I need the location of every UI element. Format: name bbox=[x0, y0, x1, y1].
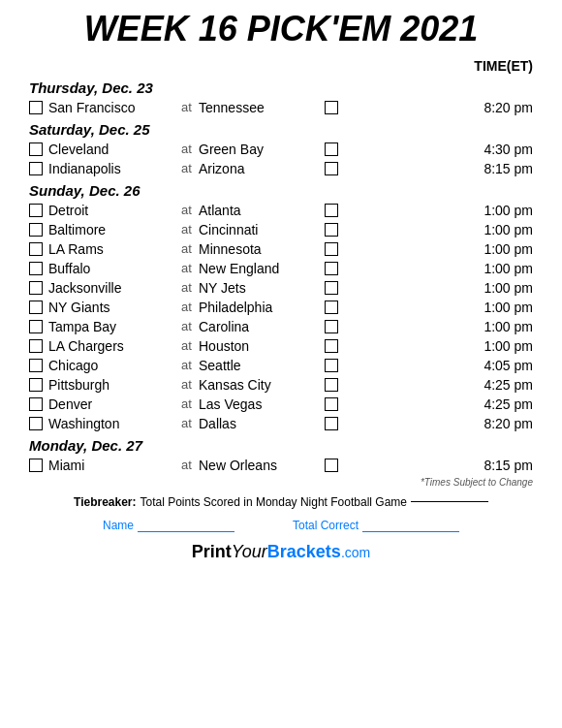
home-team: Tampa Bay bbox=[48, 319, 174, 334]
away-team: Kansas City bbox=[199, 377, 325, 393]
home-checkbox[interactable] bbox=[29, 378, 43, 392]
away-checkbox[interactable] bbox=[325, 262, 338, 275]
name-line bbox=[138, 531, 234, 532]
name-field: Name bbox=[103, 519, 234, 532]
away-team: New England bbox=[199, 261, 325, 276]
game-row: BuffaloatNew England1:00 pm bbox=[19, 259, 543, 278]
game-row: PittsburghatKansas City4:25 pm bbox=[19, 375, 543, 395]
away-checkbox[interactable] bbox=[325, 204, 338, 217]
home-checkbox[interactable] bbox=[29, 262, 43, 275]
at-text: at bbox=[174, 142, 199, 156]
home-team: Denver bbox=[48, 396, 174, 412]
home-team: San Francisco bbox=[48, 100, 174, 115]
correct-line bbox=[362, 531, 459, 532]
brand-row: PrintYourBrackets.com bbox=[19, 542, 543, 562]
away-team: New Orleans bbox=[199, 458, 325, 473]
away-team: Houston bbox=[199, 338, 325, 354]
away-checkbox[interactable] bbox=[325, 417, 338, 430]
home-checkbox[interactable] bbox=[29, 223, 43, 237]
away-team: Seattle bbox=[199, 358, 325, 373]
away-team: NY Jets bbox=[199, 280, 325, 296]
home-checkbox[interactable] bbox=[29, 281, 43, 295]
away-checkbox[interactable] bbox=[325, 162, 338, 175]
game-time: 1:00 pm bbox=[470, 241, 533, 257]
at-text: at bbox=[174, 358, 199, 372]
away-checkbox[interactable] bbox=[325, 459, 338, 472]
home-team: Baltimore bbox=[48, 222, 174, 237]
game-time: 1:00 pm bbox=[470, 261, 533, 276]
away-checkbox[interactable] bbox=[325, 281, 338, 295]
correct-label: Total Correct bbox=[293, 519, 359, 532]
tiebreaker-text: Total Points Scored in Monday Night Foot… bbox=[140, 495, 407, 509]
game-time: 8:20 pm bbox=[470, 416, 533, 431]
home-checkbox[interactable] bbox=[29, 397, 43, 411]
game-row: DetroitatAtlanta1:00 pm bbox=[19, 201, 543, 220]
away-checkbox[interactable] bbox=[325, 242, 338, 256]
game-row: JacksonvilleatNY Jets1:00 pm bbox=[19, 278, 543, 298]
home-checkbox[interactable] bbox=[29, 142, 43, 156]
game-row: BaltimoreatCincinnati1:00 pm bbox=[19, 220, 543, 239]
at-text: at bbox=[174, 396, 199, 411]
at-text: at bbox=[174, 338, 199, 353]
away-checkbox[interactable] bbox=[325, 223, 338, 237]
column-headers: TIME(ET) bbox=[19, 58, 543, 74]
home-checkbox[interactable] bbox=[29, 459, 43, 472]
away-team: Cincinnati bbox=[199, 222, 325, 237]
game-row: DenveratLas Vegas4:25 pm bbox=[19, 395, 543, 414]
brand-brackets: Brackets bbox=[267, 542, 341, 561]
home-checkbox[interactable] bbox=[29, 339, 43, 353]
game-time: 4:30 pm bbox=[470, 142, 533, 157]
home-checkbox[interactable] bbox=[29, 242, 43, 256]
away-checkbox[interactable] bbox=[325, 397, 338, 411]
away-team: Dallas bbox=[199, 416, 325, 431]
away-checkbox[interactable] bbox=[325, 142, 338, 156]
away-checkbox[interactable] bbox=[325, 320, 338, 333]
game-row: MiamiatNew Orleans8:15 pm bbox=[19, 456, 543, 475]
tiebreaker-line bbox=[411, 501, 488, 502]
away-team: Carolina bbox=[199, 319, 325, 334]
home-team: Chicago bbox=[48, 358, 174, 373]
home-checkbox[interactable] bbox=[29, 204, 43, 217]
page: WEEK 16 PICK'EM 2021 TIME(ET) Thursday, … bbox=[0, 0, 562, 572]
footer-note: *Times Subject to Change bbox=[19, 477, 543, 488]
home-checkbox[interactable] bbox=[29, 320, 43, 333]
at-text: at bbox=[174, 377, 199, 392]
day-header: Saturday, Dec. 25 bbox=[19, 117, 543, 140]
away-checkbox[interactable] bbox=[325, 378, 338, 392]
at-text: at bbox=[174, 319, 199, 333]
page-title: WEEK 16 PICK'EM 2021 bbox=[19, 10, 543, 48]
game-time: 1:00 pm bbox=[470, 300, 533, 315]
away-checkbox[interactable] bbox=[325, 101, 338, 114]
game-time: 8:15 pm bbox=[470, 458, 533, 473]
home-team: Indianapolis bbox=[48, 161, 174, 176]
game-time: 1:00 pm bbox=[470, 319, 533, 334]
brand-your: Your bbox=[232, 542, 267, 561]
away-checkbox[interactable] bbox=[325, 359, 338, 372]
home-team: NY Giants bbox=[48, 300, 174, 315]
game-row: LA RamsatMinnesota1:00 pm bbox=[19, 239, 543, 259]
game-time: 8:15 pm bbox=[470, 161, 533, 176]
game-row: Tampa BayatCarolina1:00 pm bbox=[19, 317, 543, 336]
away-checkbox[interactable] bbox=[325, 339, 338, 353]
home-team: Pittsburgh bbox=[48, 377, 174, 393]
home-checkbox[interactable] bbox=[29, 162, 43, 175]
game-row: IndianapolisatArizona8:15 pm bbox=[19, 159, 543, 178]
home-team: Cleveland bbox=[48, 142, 174, 157]
home-checkbox[interactable] bbox=[29, 301, 43, 314]
away-team: Las Vegas bbox=[199, 396, 325, 412]
at-text: at bbox=[174, 280, 199, 295]
tiebreaker-label: Tiebreaker: bbox=[74, 495, 136, 509]
home-team: LA Rams bbox=[48, 241, 174, 257]
away-team: Philadelphia bbox=[199, 300, 325, 315]
home-checkbox[interactable] bbox=[29, 101, 43, 114]
home-checkbox[interactable] bbox=[29, 417, 43, 430]
name-label: Name bbox=[103, 519, 134, 532]
name-correct-row: Name Total Correct bbox=[19, 519, 543, 532]
day-header: Thursday, Dec. 23 bbox=[19, 76, 543, 98]
game-time: 1:00 pm bbox=[470, 280, 533, 296]
home-checkbox[interactable] bbox=[29, 359, 43, 372]
game-time: 4:25 pm bbox=[470, 377, 533, 393]
home-team: LA Chargers bbox=[48, 338, 174, 354]
correct-field: Total Correct bbox=[293, 519, 459, 532]
away-checkbox[interactable] bbox=[325, 301, 338, 314]
